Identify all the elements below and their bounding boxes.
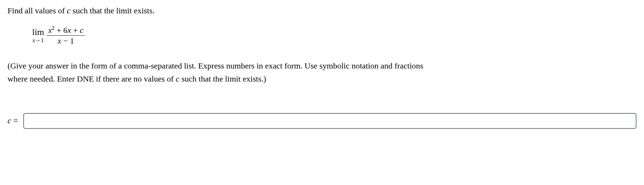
answer-label: c = (8, 116, 18, 125)
instructions-line2-prefix: where needed. Enter DNE if there are no … (8, 74, 176, 83)
problem-statement: Find all values of c such that the limit… (8, 6, 636, 15)
fraction: x2 + 6x + c x − 1 (47, 26, 85, 46)
statement-prefix: Find all values of (8, 6, 67, 15)
answer-row: c = (8, 113, 636, 129)
answer-input[interactable] (23, 113, 636, 129)
limit-operator: lim x→1 (32, 28, 44, 43)
lim-label: lim (32, 28, 44, 37)
instructions: (Give your answer in the form of a comma… (8, 59, 636, 86)
instructions-line2-suffix: such that the limit exists.) (179, 74, 266, 83)
numerator: x2 + 6x + c (47, 26, 85, 35)
denominator: x − 1 (47, 35, 85, 45)
instructions-variable: c (176, 74, 179, 83)
lim-approach: x→1 (33, 37, 44, 43)
limit-expression: lim x→1 x2 + 6x + c x − 1 (32, 26, 636, 46)
statement-suffix: such that the limit exists. (71, 6, 154, 15)
statement-variable: c (67, 6, 71, 15)
instructions-line1: (Give your answer in the form of a comma… (8, 61, 423, 70)
